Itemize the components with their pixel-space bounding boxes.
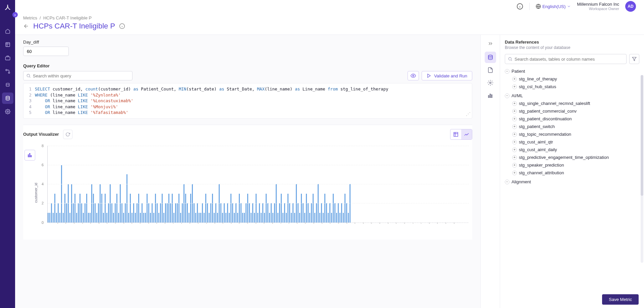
chart-bar[interactable] bbox=[125, 203, 126, 222]
chart-bar[interactable] bbox=[254, 213, 255, 223]
chart-bar[interactable] bbox=[202, 203, 203, 222]
chart-bar[interactable] bbox=[324, 194, 325, 223]
chart-bar[interactable] bbox=[222, 213, 223, 223]
chart-bar[interactable] bbox=[74, 194, 75, 223]
chart-bar[interactable] bbox=[79, 194, 80, 223]
chart-bar[interactable] bbox=[346, 203, 347, 222]
chart-bar[interactable] bbox=[73, 203, 74, 222]
chart-bar[interactable] bbox=[301, 194, 302, 223]
rail-home[interactable] bbox=[2, 25, 13, 37]
tree-group-head[interactable]: −Alignment bbox=[505, 178, 637, 186]
chart-bar[interactable] bbox=[298, 203, 299, 222]
chart-bar[interactable] bbox=[131, 213, 132, 223]
tree-group-head[interactable]: −AI/ML bbox=[505, 92, 637, 100]
chart-bar[interactable] bbox=[341, 203, 342, 222]
chart-bar[interactable] bbox=[66, 203, 67, 222]
query-search[interactable] bbox=[23, 71, 132, 80]
chart-bar[interactable] bbox=[257, 213, 258, 223]
chart-bar[interactable] bbox=[168, 194, 169, 223]
chart-bar[interactable] bbox=[304, 213, 305, 223]
chart-bar[interactable] bbox=[220, 203, 221, 222]
chart-bar[interactable] bbox=[308, 203, 309, 222]
strip-settings[interactable] bbox=[485, 77, 496, 88]
chart-bar[interactable] bbox=[244, 213, 245, 223]
chart-bar[interactable] bbox=[334, 203, 335, 222]
chart-bar[interactable] bbox=[291, 213, 292, 223]
viz-chart-button[interactable] bbox=[461, 129, 472, 139]
chart-bar[interactable] bbox=[313, 194, 314, 223]
resize-handle[interactable]: ⋰ bbox=[466, 111, 471, 118]
chart-bar[interactable] bbox=[321, 203, 322, 222]
rail-datasets[interactable] bbox=[2, 39, 13, 50]
chart-bar[interactable] bbox=[106, 213, 107, 223]
rail-metrics[interactable] bbox=[2, 93, 13, 104]
chart-bar[interactable] bbox=[152, 203, 153, 222]
chart-bar[interactable] bbox=[210, 203, 211, 222]
chart-bar[interactable] bbox=[294, 213, 295, 223]
chart-bar[interactable] bbox=[178, 194, 179, 223]
tree-leaf[interactable]: +stg_patient_switch bbox=[512, 123, 637, 130]
chart-bar[interactable] bbox=[153, 213, 154, 223]
chart-bar[interactable] bbox=[180, 213, 181, 223]
chart-bar[interactable] bbox=[209, 213, 210, 223]
chart-bar[interactable] bbox=[121, 203, 122, 222]
param-input[interactable] bbox=[23, 47, 69, 56]
title-info-icon[interactable] bbox=[119, 23, 125, 29]
ref-filter-button[interactable] bbox=[629, 54, 639, 64]
chart-bar[interactable] bbox=[135, 213, 136, 223]
chart-bar[interactable] bbox=[90, 213, 91, 223]
chart-bar[interactable] bbox=[64, 194, 65, 223]
chart-bar[interactable] bbox=[339, 213, 340, 223]
chart-bar[interactable] bbox=[53, 213, 54, 223]
chart-bar[interactable] bbox=[140, 213, 141, 223]
chart-bar[interactable] bbox=[303, 203, 304, 222]
chart-bar[interactable] bbox=[281, 194, 282, 223]
chart-bar[interactable] bbox=[234, 213, 235, 223]
chart-bar[interactable] bbox=[194, 203, 195, 222]
chart-bar[interactable] bbox=[96, 213, 97, 223]
chart-bar[interactable] bbox=[195, 213, 196, 223]
chart-bar[interactable] bbox=[215, 203, 216, 222]
chart-bar[interactable] bbox=[133, 203, 134, 222]
chart-bar[interactable] bbox=[262, 203, 263, 222]
chart-bar[interactable] bbox=[256, 194, 257, 223]
breadcrumb-root[interactable]: Metrics bbox=[23, 15, 37, 20]
validate-run-button[interactable]: Validate and Run bbox=[422, 71, 472, 80]
chart-bar[interactable] bbox=[76, 213, 77, 223]
chart-bar[interactable] bbox=[185, 194, 186, 223]
chart-bar[interactable] bbox=[143, 213, 144, 223]
chart-bar[interactable] bbox=[187, 203, 188, 222]
chart-bar[interactable] bbox=[83, 213, 84, 223]
refresh-button[interactable] bbox=[63, 130, 72, 139]
chart-bar[interactable] bbox=[103, 213, 104, 223]
chart-bar[interactable] bbox=[249, 203, 250, 222]
chart-bar[interactable] bbox=[237, 213, 238, 223]
ref-search-input[interactable] bbox=[515, 57, 624, 62]
chart-bar[interactable] bbox=[259, 203, 260, 222]
chart-bar[interactable] bbox=[229, 213, 230, 223]
panel-collapse-button[interactable] bbox=[487, 39, 493, 48]
chart-bar[interactable] bbox=[175, 203, 176, 222]
chart-bar[interactable] bbox=[204, 213, 205, 223]
language-switcher[interactable]: English(US) bbox=[536, 4, 571, 9]
chart-bar[interactable] bbox=[128, 213, 129, 223]
sql-editor[interactable]: 1SELECT customer_id, count(customer_id) … bbox=[23, 83, 472, 119]
avatar[interactable]: AD bbox=[625, 1, 636, 12]
chart-bar[interactable] bbox=[78, 203, 79, 222]
chart-bar[interactable] bbox=[230, 194, 231, 223]
chart-bar[interactable] bbox=[123, 213, 124, 223]
chart-bar[interactable] bbox=[85, 203, 86, 222]
rail-reports[interactable] bbox=[2, 52, 13, 64]
chart-bar[interactable] bbox=[51, 203, 52, 222]
chart-bar[interactable] bbox=[336, 213, 337, 223]
chart-bar[interactable] bbox=[116, 194, 117, 223]
chart-bar[interactable] bbox=[323, 213, 324, 223]
tree-leaf[interactable]: +stg_single_channel_recmnd_saleslift bbox=[512, 100, 637, 107]
chart-bar[interactable] bbox=[199, 213, 200, 223]
chart-bar[interactable] bbox=[279, 203, 280, 222]
chart-bar[interactable] bbox=[150, 213, 151, 223]
chart-bar[interactable] bbox=[329, 203, 330, 222]
chart-bar[interactable] bbox=[232, 203, 233, 222]
chart-bar[interactable] bbox=[282, 213, 283, 223]
tree-leaf[interactable]: +stg_predictive_engagement_time_optimiza… bbox=[512, 153, 637, 161]
